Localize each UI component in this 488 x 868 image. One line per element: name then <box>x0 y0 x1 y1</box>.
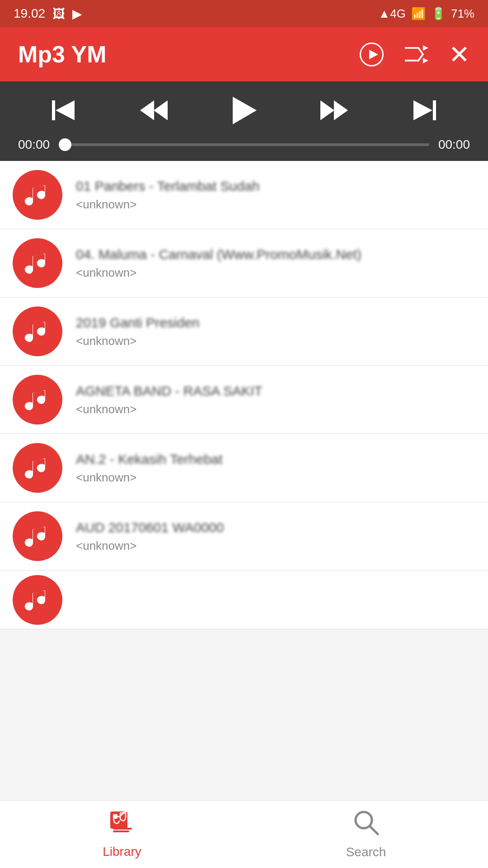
svg-marker-5 <box>56 100 75 120</box>
song-item-2[interactable]: 2019 Ganti Presiden <unknown> <box>0 297 488 366</box>
song-title-3: AGNETA BAND - RASA SAKIT <box>76 383 475 399</box>
song-info-1: 04. Maluma - Carnaval (Www.PromoMusik.Ne… <box>76 247 475 280</box>
song-info-4: AN.2 - Kekasih Terhebat <unknown> <box>76 452 475 485</box>
progress-container: 00:00 00:00 <box>18 137 470 152</box>
song-info-2: 2019 Ganti Presiden <unknown> <box>76 315 475 348</box>
svg-marker-1 <box>369 50 378 59</box>
svg-marker-11 <box>413 100 432 120</box>
svg-marker-10 <box>334 100 348 120</box>
song-art-4 <box>13 443 62 493</box>
status-bar: 19.02 🖼 ▶ ▲4G 📶 🔋 71% <box>0 0 488 27</box>
svg-marker-2 <box>423 45 428 51</box>
song-art-3 <box>13 375 62 425</box>
song-title-2: 2019 Ganti Presiden <box>76 315 475 330</box>
fast-forward-button[interactable] <box>316 92 352 128</box>
song-art-5 <box>13 511 62 561</box>
svg-rect-12 <box>433 100 436 120</box>
play-indicator-icon: ▶ <box>72 6 82 21</box>
skip-previous-button[interactable] <box>45 92 81 128</box>
svg-marker-6 <box>140 100 154 120</box>
bottom-nav: Library Search <box>0 800 488 868</box>
song-artist-2: <unknown> <box>76 334 475 348</box>
svg-line-18 <box>370 826 378 834</box>
song-art-0 <box>13 170 62 220</box>
song-info-5: AUD 20170601 WA0000 <unknown> <box>76 520 475 553</box>
song-title-0: 01 Panbers - Terlambat Sudah <box>76 179 475 194</box>
nav-search[interactable]: Search <box>244 801 488 868</box>
svg-marker-8 <box>233 97 257 124</box>
time-current: 00:00 <box>18 137 50 152</box>
app-bar: Mp3 YM ✕ <box>0 27 488 81</box>
play-pause-button[interactable] <box>226 92 262 128</box>
progress-bar[interactable] <box>59 143 429 146</box>
notification-icon: 🖼 <box>52 6 65 21</box>
close-button[interactable]: ✕ <box>449 40 470 69</box>
song-item-4[interactable]: AN.2 - Kekasih Terhebat <unknown> <box>0 434 488 502</box>
app-title: Mp3 YM <box>18 41 107 68</box>
svg-marker-7 <box>154 100 168 120</box>
player-section: 00:00 00:00 <box>0 81 488 161</box>
song-artist-3: <unknown> <box>76 402 475 416</box>
song-title-1: 04. Maluma - Carnaval (Www.PromoMusik.Ne… <box>76 247 475 262</box>
skip-next-button[interactable] <box>407 92 443 128</box>
svg-marker-9 <box>320 100 334 120</box>
shuffle-button[interactable] <box>404 44 429 65</box>
battery-icon: 🔋 <box>431 7 446 21</box>
svg-rect-4 <box>52 100 55 120</box>
song-artist-0: <unknown> <box>76 198 475 212</box>
time-total: 00:00 <box>438 137 470 152</box>
network-icon: ▲4G <box>379 7 406 21</box>
svg-rect-16 <box>113 830 129 832</box>
song-art-1 <box>13 238 62 288</box>
song-artist-5: <unknown> <box>76 539 475 553</box>
song-info-3: AGNETA BAND - RASA SAKIT <unknown> <box>76 383 475 416</box>
song-title-5: AUD 20170601 WA0000 <box>76 520 475 535</box>
song-artist-4: <unknown> <box>76 471 475 485</box>
song-item-0[interactable]: 01 Panbers - Terlambat Sudah <unknown> <box>0 161 488 229</box>
progress-dot[interactable] <box>59 138 71 151</box>
song-list: 01 Panbers - Terlambat Sudah <unknown> 0… <box>0 161 488 629</box>
library-icon <box>108 810 136 841</box>
song-item-6[interactable] <box>0 571 488 629</box>
svg-rect-15 <box>113 828 132 830</box>
song-item-3[interactable]: AGNETA BAND - RASA SAKIT <unknown> <box>0 366 488 434</box>
song-artist-1: <unknown> <box>76 266 475 280</box>
song-item-5[interactable]: AUD 20170601 WA0000 <unknown> <box>0 502 488 571</box>
svg-marker-3 <box>423 58 428 63</box>
signal-icon: 📶 <box>411 7 426 21</box>
song-art-6 <box>13 575 62 625</box>
battery-percent: 71% <box>451 7 474 21</box>
nav-library[interactable]: Library <box>0 801 244 868</box>
rewind-button[interactable] <box>136 92 172 128</box>
library-label: Library <box>103 844 141 859</box>
search-icon <box>353 809 379 841</box>
song-item-1[interactable]: 04. Maluma - Carnaval (Www.PromoMusik.Ne… <box>0 229 488 297</box>
transport-controls <box>18 92 470 128</box>
status-time: 19.02 <box>14 6 45 21</box>
song-art-2 <box>13 307 62 356</box>
song-title-4: AN.2 - Kekasih Terhebat <box>76 452 475 467</box>
search-label: Search <box>346 845 386 859</box>
play-circle-button[interactable] <box>359 42 384 67</box>
song-info-0: 01 Panbers - Terlambat Sudah <unknown> <box>76 179 475 212</box>
